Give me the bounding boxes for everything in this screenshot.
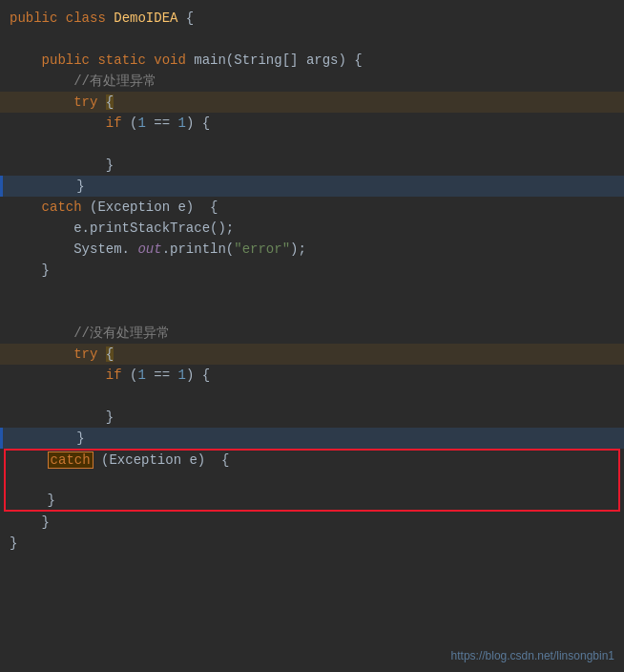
code-line-close-brace1: }: [0, 176, 624, 197]
code-line: }: [0, 533, 624, 554]
code-line: System. out.println("error");: [0, 239, 624, 260]
code-line: }: [0, 260, 624, 281]
code-line: if (1 == 1) {: [0, 113, 624, 134]
code-line-close-brace2: }: [0, 428, 624, 449]
keyword-class: class: [66, 10, 114, 26]
class-name: DemoIDEA: [114, 10, 186, 26]
code-line: //没有处理异常: [0, 323, 624, 344]
code-line: [0, 386, 624, 407]
code-line-try1: try {: [0, 92, 624, 113]
code-line: [0, 302, 624, 323]
code-line: public static void main(String[] args) {: [0, 50, 624, 71]
code-line-catch2-start: catch (Exception e) {: [4, 449, 620, 470]
code-line: e.printStackTrace();: [0, 218, 624, 239]
code-line: //有处理异常: [0, 71, 624, 92]
code-line-catch2-body: [4, 470, 620, 491]
code-line: if (1 == 1) {: [0, 365, 624, 386]
code-line: }: [0, 407, 624, 428]
catch-keyword-highlighted: catch: [48, 452, 94, 469]
code-line-try2: try {: [0, 344, 624, 365]
code-line: }: [0, 155, 624, 176]
comment2: //没有处理异常: [73, 325, 170, 342]
code-line: [0, 29, 624, 50]
comment: //有处理异常: [73, 73, 156, 90]
watermark: https://blog.csdn.net/linsongbin1: [451, 649, 614, 662]
code-line: }: [0, 512, 624, 533]
code-line: [0, 281, 624, 302]
code-editor: public class DemoIDEA { public static vo…: [0, 0, 624, 672]
code-line: public class DemoIDEA {: [0, 8, 624, 29]
keyword-public: public: [10, 10, 66, 26]
code-line-catch2-end: }: [4, 491, 620, 512]
code-line-catch1: catch (Exception e) {: [0, 197, 624, 218]
code-line: [0, 134, 624, 155]
